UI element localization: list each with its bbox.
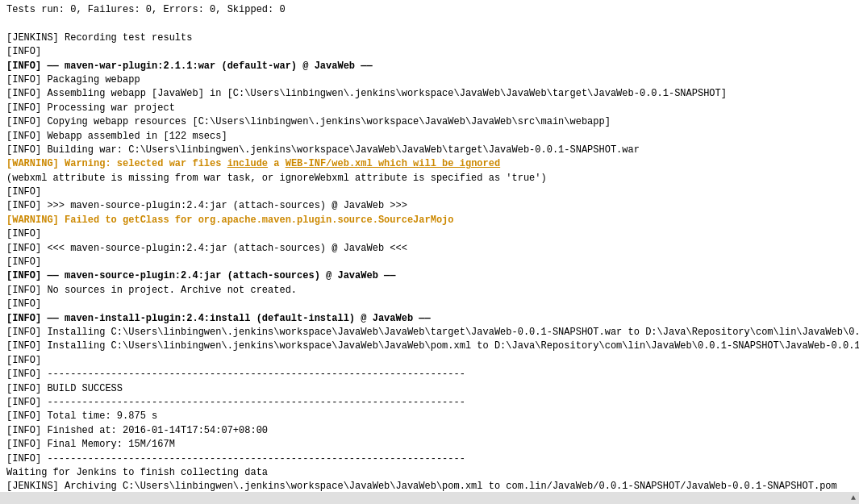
console-line: [INFO] Finished at: 2016-01-14T17:54:07+…	[6, 424, 853, 438]
console-line: [INFO] Final Memory: 15M/167M	[6, 438, 853, 452]
console-line: [INFO] Building war: C:\Users\linbingwen…	[6, 144, 853, 157]
status-icon: ▲	[851, 494, 856, 502]
console-line: Waiting for Jenkins to finish collecting…	[6, 466, 853, 480]
console-output: Tests run: 0, Failures: 0, Errors: 0, Sk…	[0, 0, 859, 492]
console-line: [INFO] Copying webapp resources [C:\User…	[6, 115, 853, 129]
console-line: [INFO]	[6, 185, 853, 199]
console-line: [INFO] —— maven-source-plugin:2.4:jar (a…	[6, 269, 853, 283]
console-line: [JENKINS] Archiving C:\Users\linbingwen\…	[6, 480, 853, 492]
console-line: [INFO]	[6, 354, 853, 368]
console-line: Tests run: 0, Failures: 0, Errors: 0, Sk…	[6, 3, 853, 17]
console-line: [INFO] Packaging webapp	[6, 73, 853, 87]
console-line-warning: [WARNING] Failed to getClass for org.apa…	[6, 214, 853, 227]
console-line: [INFO]	[6, 227, 853, 241]
console-line: [INFO] No sources in project. Archive no…	[6, 284, 853, 298]
console-line: [JENKINS] Recording test results	[6, 31, 853, 45]
console-line: [INFO] —— maven-install-plugin:2.4:insta…	[6, 312, 853, 326]
console-line: [INFO] Total time: 9.875 s	[6, 410, 853, 423]
console-lines: Tests run: 0, Failures: 0, Errors: 0, Sk…	[6, 3, 853, 492]
console-line: [INFO] Webapp assembled in [122 msecs]	[6, 130, 853, 144]
console-line: [INFO] Assembling webapp [JavaWeb] in [C…	[6, 87, 853, 101]
console-line: [INFO] ---------------------------------…	[6, 452, 853, 466]
console-line: [INFO] Processing war project	[6, 102, 853, 115]
console-line: (webxml attribute is missing from war ta…	[6, 172, 853, 185]
console-line: [INFO] Installing C:\Users\linbingwen\.j…	[6, 339, 853, 353]
console-line: [INFO] BUILD SUCCESS	[6, 382, 853, 396]
console-line: [INFO]	[6, 256, 853, 269]
console-line: [INFO] Installing C:\Users\linbingwen\.j…	[6, 326, 853, 339]
status-bar: ▲	[0, 492, 859, 504]
console-line-warning: [WARNING] Warning: selected war files in…	[6, 157, 853, 171]
console-line	[6, 17, 853, 31]
console-line: [INFO] >>> maven-source-plugin:2.4:jar (…	[6, 199, 853, 213]
console-line: [INFO]	[6, 45, 853, 59]
console-line: [INFO] ---------------------------------…	[6, 368, 853, 381]
console-line: [INFO]	[6, 298, 853, 311]
console-line: [INFO] —— maven-war-plugin:2.1.1:war (de…	[6, 60, 853, 73]
console-line: [INFO] ---------------------------------…	[6, 396, 853, 410]
console-line: [INFO] <<< maven-source-plugin:2.4:jar (…	[6, 242, 853, 256]
